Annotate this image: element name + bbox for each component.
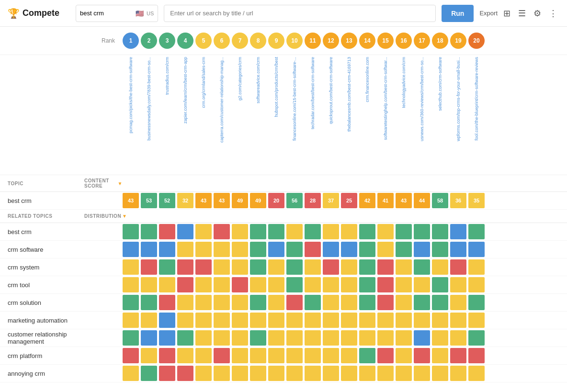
url-link-18[interactable]: selecthub.com/crm-software bbox=[438, 57, 442, 111]
related-cell-2-16 bbox=[396, 242, 412, 257]
related-cell-4-2 bbox=[141, 277, 157, 292]
settings-button[interactable]: ⚙ bbox=[532, 6, 543, 21]
related-cell-9-11 bbox=[305, 366, 321, 381]
rank-circle-3: 3 bbox=[159, 33, 175, 49]
related-cell-7-18 bbox=[432, 330, 448, 346]
url-link-1[interactable]: pcmag.com/picks/the-best-crm-software bbox=[128, 57, 133, 134]
related-topic-name-6: marketing automation bbox=[8, 317, 84, 324]
related-cell-2-5 bbox=[195, 242, 212, 257]
related-cell-1-19 bbox=[450, 224, 466, 239]
related-topic-cells-7 bbox=[123, 330, 485, 346]
related-topics-rows: best crmcrm softwarecrm systemcrm toolcr… bbox=[0, 223, 567, 382]
list-view-button[interactable]: ☰ bbox=[516, 6, 528, 21]
query-search-box[interactable]: 🇺🇸 US bbox=[76, 5, 158, 22]
related-cell-4-13 bbox=[341, 277, 357, 292]
related-cell-2-9 bbox=[268, 242, 284, 257]
flag-icon: 🇺🇸 bbox=[136, 10, 144, 17]
url-link-17[interactable]: usnews.com/360-reviews/crm/best-crm-so..… bbox=[420, 57, 424, 141]
related-topic-row-3: crm system bbox=[0, 258, 567, 276]
url-link-16[interactable]: technologyadvice.com/crm bbox=[401, 57, 406, 108]
url-link-10[interactable]: financesonline.com/15-best-crm-software-… bbox=[292, 57, 297, 141]
url-link-9[interactable]: hubspot.com/products/crm/best bbox=[274, 57, 279, 117]
query-input[interactable] bbox=[80, 10, 133, 17]
related-cell-3-3 bbox=[159, 259, 175, 275]
main-content: Rank 1234567891011121314151617181920 pcm… bbox=[0, 27, 567, 392]
rank-circle-1: 1 bbox=[123, 33, 139, 49]
related-topic-name-2: crm software bbox=[8, 246, 84, 253]
related-topic-row-2: crm software bbox=[0, 241, 567, 258]
related-cell-1-10 bbox=[286, 224, 303, 239]
score-cell-14: 42 bbox=[359, 193, 375, 208]
url-link-14[interactable]: crm.financesonline.com bbox=[365, 57, 370, 102]
url-link-19[interactable]: wpforms.com/top-crms-for-your-small-busi… bbox=[456, 57, 461, 141]
related-cell-3-14 bbox=[359, 259, 375, 275]
main-topic-name: best crm bbox=[8, 197, 84, 204]
related-cell-2-4 bbox=[177, 242, 193, 257]
related-cell-5-20 bbox=[468, 295, 485, 310]
rank-circle-16: 16 bbox=[396, 33, 412, 49]
more-options-button[interactable]: ⋮ bbox=[547, 6, 559, 21]
related-cell-6-5 bbox=[195, 313, 212, 328]
related-cell-6-19 bbox=[450, 313, 466, 328]
url-cell-2: businessnewsdaily.com/7839-best-crm-so..… bbox=[141, 55, 157, 175]
rank-circle-20: 20 bbox=[468, 33, 485, 49]
url-cell-14: crm.financesonline.com bbox=[359, 55, 375, 175]
related-cell-9-9 bbox=[268, 366, 284, 381]
related-topic-row-1: best crm bbox=[0, 223, 567, 241]
related-cell-4-19 bbox=[450, 277, 466, 292]
url-cell-17: usnews.com/360-reviews/crm/best-crm-so..… bbox=[414, 55, 430, 175]
url-link-15[interactable]: softwaretestinghelp.com/best-crm-softwar… bbox=[383, 57, 388, 140]
related-cell-4-7 bbox=[232, 277, 248, 292]
related-cell-1-1 bbox=[123, 224, 139, 239]
related-cell-7-6 bbox=[214, 330, 230, 346]
related-cell-3-10 bbox=[286, 259, 303, 275]
related-cell-6-20 bbox=[468, 313, 485, 328]
url-link-11[interactable]: techradar.com/best/best-crm-software bbox=[310, 57, 315, 129]
related-cell-9-7 bbox=[232, 366, 248, 381]
related-cell-5-7 bbox=[232, 295, 248, 310]
related-cell-4-20 bbox=[468, 277, 485, 292]
related-cell-1-8 bbox=[250, 224, 266, 239]
related-cell-6-2 bbox=[141, 313, 157, 328]
url-link-4[interactable]: zapier.com/learn/crm/best-crm-app bbox=[183, 57, 188, 123]
related-cell-7-5 bbox=[195, 330, 212, 346]
rank-circles: 1234567891011121314151617181920 bbox=[123, 33, 485, 49]
related-cell-7-10 bbox=[286, 330, 303, 346]
related-cell-9-18 bbox=[432, 366, 448, 381]
related-topic-cells-3 bbox=[123, 259, 485, 275]
related-cell-8-4 bbox=[177, 348, 193, 363]
related-cell-2-11 bbox=[305, 242, 321, 257]
related-topic-cells-1 bbox=[123, 224, 485, 239]
score-cell-5: 43 bbox=[195, 193, 212, 208]
related-cell-2-7 bbox=[232, 242, 248, 257]
url-link-3[interactable]: trustradius.com/crm bbox=[165, 57, 170, 95]
related-cell-8-17 bbox=[414, 348, 430, 363]
related-topic-row-5: crm solution bbox=[0, 294, 567, 312]
related-topic-name-4: crm tool bbox=[8, 281, 84, 289]
related-cell-7-14 bbox=[359, 330, 375, 346]
grid-view-button[interactable]: ⊞ bbox=[501, 6, 512, 21]
related-topic-cells-9 bbox=[123, 366, 485, 381]
url-link-5[interactable]: crm.org/crmland/sales-crm bbox=[201, 57, 206, 108]
related-cell-8-20 bbox=[468, 348, 485, 363]
run-button[interactable]: Run bbox=[442, 5, 474, 22]
url-link-20[interactable]: fool.com/the-blueprint/crm-software-revi… bbox=[474, 57, 479, 141]
main-topic-row: best crm43535232434349492056283725424143… bbox=[0, 192, 567, 210]
rank-row: Rank 1234567891011121314151617181920 bbox=[0, 27, 567, 55]
export-button[interactable]: Export bbox=[479, 10, 498, 17]
related-cell-4-5 bbox=[195, 277, 212, 292]
url-link-8[interactable]: softwareadvice.com/crm bbox=[256, 57, 261, 103]
related-cell-5-19 bbox=[450, 295, 466, 310]
url-search-input[interactable] bbox=[164, 5, 436, 22]
url-link-12[interactable]: quicksprout.com/best-crm-software bbox=[329, 57, 333, 124]
related-cell-4-16 bbox=[396, 277, 412, 292]
url-link-6[interactable]: capterra.com/customer-relationship-manag… bbox=[219, 57, 224, 143]
related-cell-5-1 bbox=[123, 295, 139, 310]
related-topic-row-9: annoying crm bbox=[0, 365, 567, 382]
url-link-13[interactable]: thebalancesmb.com/best-crm-4169713 bbox=[347, 57, 352, 132]
rank-circle-9: 9 bbox=[268, 33, 284, 49]
url-link-2[interactable]: businessnewsdaily.com/7839-best-crm-so..… bbox=[147, 57, 151, 140]
url-link-7[interactable]: g2.com/categories/crm bbox=[238, 57, 242, 101]
related-cell-8-11 bbox=[305, 348, 321, 363]
related-cell-3-15 bbox=[377, 259, 394, 275]
